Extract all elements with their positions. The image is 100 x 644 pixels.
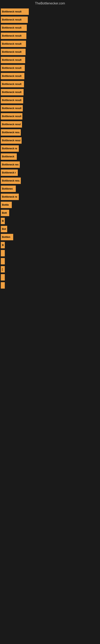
bar: [ xyxy=(1,266,5,272)
bar-label: Bottleneck result xyxy=(2,42,21,45)
bar-item: Bottleneck result xyxy=(0,73,100,79)
bar-item: Bottleneck re xyxy=(0,194,100,200)
bar-item: Bottleneck result xyxy=(0,16,100,23)
bar-item: Bottlen xyxy=(0,234,100,240)
bar-item: B xyxy=(0,242,100,248)
bar-label: Bottleneck result xyxy=(2,18,21,21)
site-title: TheBottlenecker.com xyxy=(0,0,100,7)
bar-label: Bottleneck result xyxy=(2,75,21,78)
bar: Bottleneck result xyxy=(1,105,23,112)
bar-label: Bottleneck re xyxy=(2,147,17,150)
bar-label: Bottleneck resu xyxy=(2,131,20,134)
bar-item: Bottleneck result xyxy=(0,8,100,15)
bar-label: Bottleneck xyxy=(2,155,14,158)
bar: Bottleneck re xyxy=(1,145,19,152)
bar-label: Bottleneck result xyxy=(2,83,21,86)
bar-item: Bottleneck resu xyxy=(0,129,100,136)
bar-item: Bottleneck result xyxy=(0,137,100,144)
bar-label: Bottleneck result xyxy=(2,66,21,70)
bar-label: Bottleneck result xyxy=(2,10,21,13)
bar-item: Bottleneck re xyxy=(0,145,100,152)
bar: B xyxy=(1,218,5,224)
bar: Bottleneck result xyxy=(1,89,24,96)
bar: Bottleneck result xyxy=(1,49,26,55)
bar-label: [ xyxy=(2,268,3,271)
bar: Bottleneck re xyxy=(1,194,19,200)
bar-label: Bottlen xyxy=(2,236,10,238)
bar-item: Bottleneck result xyxy=(0,49,100,55)
bar-item: Bottleneck result xyxy=(0,65,100,71)
bar xyxy=(1,282,5,288)
bar-item: Bottleneck result xyxy=(0,105,100,112)
bar-item: Bottleneck result xyxy=(0,41,100,47)
bar: Bottleneck xyxy=(1,153,17,160)
bar: Bottleneck resu xyxy=(1,129,21,136)
bar-item: Bottleneck result xyxy=(0,121,100,128)
bar-item: Bottleneck result xyxy=(0,97,100,104)
bar: Bottleneck result xyxy=(1,57,25,63)
bar-item: Bottleneck resu xyxy=(0,178,100,184)
bar-item: Bottleneck xyxy=(0,153,100,160)
bar-item: Bottleneck result xyxy=(0,32,100,39)
bar-item: Bottlenec xyxy=(0,186,100,192)
bar: Bot xyxy=(1,226,7,232)
bar-label: Bottleneck result xyxy=(2,115,21,118)
bar: Bottleneck result xyxy=(1,137,22,144)
bar xyxy=(1,250,5,256)
bar-item xyxy=(0,258,100,264)
bar-label: B xyxy=(2,220,3,222)
bar-item: Bottleneck result xyxy=(0,81,100,87)
bar: Bottlenec xyxy=(1,186,16,192)
bar-item: B xyxy=(0,218,100,224)
bar-item: Bottleneck r xyxy=(0,170,100,176)
bar: Bott xyxy=(1,210,9,216)
bar-label: Bottleneck result xyxy=(2,99,21,102)
bar: Bottleneck result xyxy=(1,121,22,128)
bar: B xyxy=(1,242,5,248)
bar: Bottleneck r xyxy=(1,170,18,176)
bar-item xyxy=(0,250,100,256)
bars-container: Bottleneck resultBottleneck resultBottle… xyxy=(0,8,100,288)
bar: Bottleneck result xyxy=(1,32,26,39)
bar-item: Bottleneck result xyxy=(0,89,100,96)
bar: Bottleneck resu xyxy=(1,178,21,184)
bar-item: Bottleneck result xyxy=(0,24,100,31)
bar-label: B xyxy=(2,244,3,246)
bar: Bottleneck result xyxy=(1,24,27,31)
bar-label: Bottleneck result xyxy=(2,34,21,37)
bar xyxy=(1,274,5,280)
bar-item: Bottleneck result xyxy=(0,57,100,63)
bar-item: Bottleneck res xyxy=(0,162,100,168)
bar xyxy=(1,258,5,264)
bar-item xyxy=(0,274,100,280)
bar: Bottleneck result xyxy=(1,65,25,71)
bar: Bottleneck result xyxy=(1,81,24,87)
bar-label: Bottleneck result xyxy=(2,139,20,142)
bar-item: Bottleneck result xyxy=(0,113,100,120)
bar-item xyxy=(0,282,100,288)
bar-item: Bot xyxy=(0,226,100,232)
bar-item: Bottle xyxy=(0,202,100,208)
bar-label: Bottleneck result xyxy=(2,58,21,62)
bar-label: Bottleneck result xyxy=(2,91,21,94)
bar: Bottleneck result xyxy=(1,16,28,23)
bar-item: [ xyxy=(0,266,100,272)
bar-label: Bottleneck res xyxy=(2,163,19,166)
bar-label: Bottleneck result xyxy=(2,123,21,126)
bar: Bottleneck result xyxy=(1,73,24,79)
bar-label: Bottleneck result xyxy=(2,26,21,29)
bar: Bottleneck result xyxy=(1,41,26,47)
bar: Bottle xyxy=(1,202,12,208)
bar-label: Bottleneck result xyxy=(2,107,21,110)
bar-label: Bot xyxy=(2,228,6,230)
bar: Bottleneck res xyxy=(1,162,20,168)
bar-label: Bottleneck result xyxy=(2,50,21,53)
bar-label: Bottleneck resu xyxy=(2,179,20,182)
bar-label: Bottlenec xyxy=(2,187,13,190)
bar-label: Bottleneck r xyxy=(2,171,16,174)
bar-item: Bott xyxy=(0,210,100,216)
bar-label: Bottleneck re xyxy=(2,196,17,198)
bar: Bottleneck result xyxy=(1,113,22,120)
bar-label: Bottle xyxy=(2,204,9,206)
bar: Bottleneck result xyxy=(1,97,23,104)
